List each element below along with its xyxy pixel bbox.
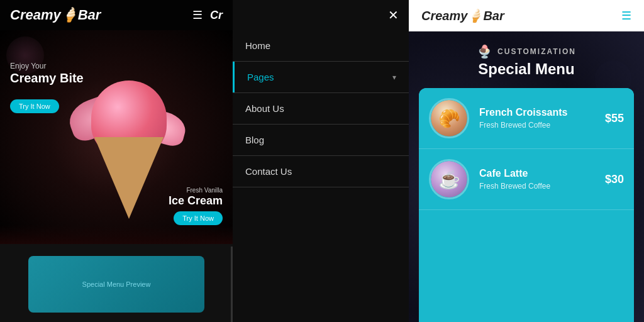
middle-panel: ✕ Home Pages ▾ About Us Blog Contact — [233, 0, 409, 322]
menu-name-2: Cafe Latte — [479, 168, 605, 179]
nav-list: Home Pages ▾ About Us Blog Contact Us — [233, 30, 409, 322]
menu-info-1: French Croissants Fresh Brewed Coffee — [479, 107, 605, 130]
middle-header: ✕ — [233, 0, 409, 30]
left-header: Creamy🍦Bar ☰ Cr — [0, 0, 233, 30]
nav-link-blog[interactable]: Blog — [233, 125, 409, 155]
nav-item-about: About Us — [233, 93, 409, 125]
blue-card-inner: Special Menu Preview — [82, 280, 151, 288]
nav-pages-label: Pages — [247, 72, 274, 82]
strawberry-overlay — [0, 225, 233, 244]
chevron-down-icon: ▾ — [392, 73, 396, 82]
nav-item-contact: Contact Us — [233, 156, 409, 187]
latte-image: ☕ — [431, 161, 467, 197]
nav-item-home: Home — [233, 30, 409, 62]
try-btn-2[interactable]: Try It Now — [174, 211, 223, 225]
left-panel: Creamy🍦Bar ☰ Cr Enjoy Your Creamy Bite T… — [0, 0, 233, 322]
menu-info-2: Cafe Latte Fresh Brewed Coffee — [479, 168, 605, 191]
partial-logo-text: Cr — [210, 9, 223, 22]
left-bottom: Special Menu Preview — [0, 247, 233, 322]
ice-cream-visual — [66, 43, 192, 219]
menu-price-2: $30 — [605, 173, 624, 186]
nav-link-pages[interactable]: Pages ▾ — [233, 62, 409, 92]
nav-blog-label: Blog — [245, 135, 264, 145]
preview-text: Special Menu Preview — [82, 280, 151, 288]
menu-card: 🥐 French Croissants Fresh Brewed Coffee … — [419, 88, 634, 322]
nav-link-home[interactable]: Home — [233, 30, 409, 61]
customization-label: 🍨 CUSTOMIZATION — [477, 44, 576, 59]
nav-item-blog: Blog — [233, 125, 409, 156]
menu-img-1: 🥐 — [429, 98, 469, 138]
special-menu-title: Special Menu — [409, 60, 644, 78]
menu-item-1: 🥐 French Croissants Fresh Brewed Coffee … — [419, 88, 634, 149]
nav-home-label: Home — [245, 40, 270, 51]
hero-section: Enjoy Your Creamy Bite Try It Now Fresh … — [0, 30, 233, 244]
nav-contact-label: Contact Us — [245, 166, 292, 177]
right-content: 🍨 CUSTOMIZATION Special Menu 🥐 French Cr… — [409, 31, 644, 322]
nav-about-label: About Us — [245, 103, 284, 114]
right-logo-creamy: Creamy — [421, 9, 467, 23]
nav-item-pages: Pages ▾ — [233, 62, 409, 93]
right-logo: Creamy🍦Bar — [421, 8, 504, 23]
customization-icon: 🍨 — [477, 44, 492, 59]
right-logo-icon: 🍦 — [467, 9, 483, 23]
right-logo-bar: Bar — [483, 9, 504, 23]
customization-text: CUSTOMIZATION — [497, 47, 576, 56]
nav-link-about[interactable]: About Us — [233, 93, 409, 124]
logo-icon: 🍦 — [61, 7, 78, 23]
menu-name-1: French Croissants — [479, 107, 605, 118]
menu-price-1: $55 — [605, 112, 624, 125]
hero-title: Creamy Bite — [10, 71, 84, 86]
menu-desc-2: Fresh Brewed Coffee — [479, 182, 605, 191]
logo-creamy: Creamy — [10, 7, 61, 23]
logo-bar: Bar — [78, 7, 101, 23]
menu-desc-1: Fresh Brewed Coffee — [479, 121, 605, 130]
right-header: Creamy🍦Bar ☰ — [409, 0, 644, 31]
try-btn-1[interactable]: Try It Now — [10, 99, 59, 113]
hero-eyebrow: Enjoy Your — [10, 62, 46, 70]
menu-item-2: ☕ Cafe Latte Fresh Brewed Coffee $30 — [419, 149, 634, 210]
croissant-image: 🥐 — [431, 100, 467, 136]
hero-label2: Fresh Vanilla — [186, 187, 223, 194]
hamburger-icon[interactable]: ☰ — [192, 8, 203, 22]
nav-link-contact[interactable]: Contact Us — [233, 156, 409, 187]
blue-card-preview: Special Menu Preview — [28, 256, 204, 313]
close-icon[interactable]: ✕ — [388, 8, 399, 23]
hero-title2: Ice Cream — [169, 194, 223, 208]
menu-img-2: ☕ — [429, 159, 469, 199]
left-header-right: ☰ Cr — [192, 8, 223, 22]
right-hamburger-icon[interactable]: ☰ — [621, 9, 631, 23]
left-logo: Creamy🍦Bar — [10, 7, 101, 23]
right-panel: Creamy🍦Bar ☰ 🍨 CUSTOMIZATION Special Men… — [409, 0, 644, 322]
ice-cream-cone — [94, 137, 164, 219]
